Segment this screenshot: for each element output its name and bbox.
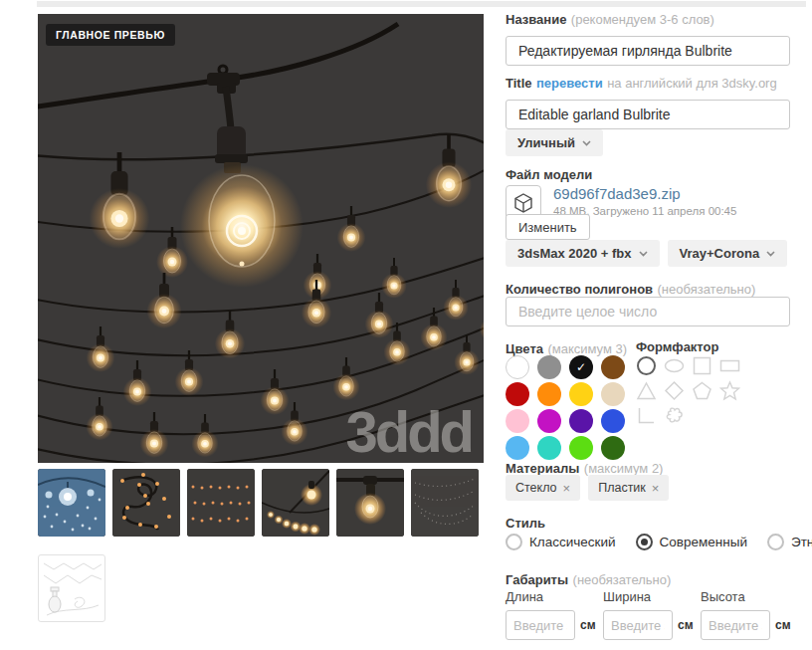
style-radio-ethnic[interactable]: Этнический bbox=[767, 534, 812, 550]
material-tag-plastic: Пластик × bbox=[588, 475, 669, 501]
title-input[interactable] bbox=[506, 100, 790, 129]
model-edit-form: Название (рекомендуем 3-6 слов) Title пе… bbox=[506, 0, 804, 650]
shape-square-icon[interactable] bbox=[692, 355, 712, 376]
radio-selected-icon bbox=[636, 534, 653, 550]
formfactor-label: Формфактор bbox=[636, 339, 718, 354]
shape-triangle-icon[interactable] bbox=[636, 380, 657, 401]
remove-tag-icon[interactable]: × bbox=[652, 481, 660, 496]
change-file-button[interactable]: Изменить bbox=[506, 214, 590, 240]
color-swatch-beige[interactable] bbox=[601, 382, 625, 406]
radio-icon bbox=[767, 534, 784, 550]
formfactor-grid bbox=[636, 355, 740, 426]
color-swatch-black-selected[interactable]: ✓ bbox=[569, 355, 593, 379]
shape-star-icon[interactable] bbox=[719, 380, 740, 401]
file-section-label: Файл модели bbox=[506, 167, 592, 182]
width-input[interactable] bbox=[603, 610, 673, 640]
polygons-input[interactable] bbox=[506, 297, 790, 326]
dimensions-label: Габариты bbox=[506, 572, 568, 587]
thumbnail-curly-wire[interactable] bbox=[112, 469, 180, 537]
color-swatch-red[interactable] bbox=[506, 382, 529, 406]
color-swatch-dark-green[interactable] bbox=[601, 436, 625, 460]
color-swatch-grid: ✓ bbox=[506, 355, 630, 460]
thumbnail-wireframe-sketch[interactable] bbox=[38, 554, 105, 622]
materials-hint: (максимум 2) bbox=[584, 461, 664, 476]
title-label: Title bbox=[506, 76, 532, 91]
model-file-link[interactable]: 69d96f7dad3e9.zip bbox=[553, 185, 736, 202]
main-preview-image: ГЛАВНОЕ ПРЕВЬЮ 3ddd bbox=[38, 14, 484, 463]
colors-hint: (максимум 3) bbox=[547, 341, 627, 356]
height-input[interactable] bbox=[701, 610, 770, 640]
chevron-down-icon bbox=[639, 251, 648, 257]
chevron-down-icon bbox=[766, 251, 775, 257]
color-swatch-light-blue[interactable] bbox=[506, 436, 529, 460]
watermark-3ddd: 3ddd bbox=[345, 403, 472, 461]
check-icon: ✓ bbox=[569, 355, 593, 379]
thumbnail-garland-overview-selected[interactable] bbox=[38, 469, 105, 537]
thumbnail-single-bulb[interactable] bbox=[336, 469, 404, 537]
thumbnail-dot-rows[interactable] bbox=[187, 469, 255, 537]
thumbnail-hanging-bulbs-cluster[interactable] bbox=[262, 469, 329, 537]
style-radio-classic[interactable]: Классический bbox=[506, 534, 616, 550]
color-swatch-magenta[interactable] bbox=[537, 409, 561, 433]
garland-render bbox=[38, 14, 484, 463]
length-label: Длина bbox=[506, 589, 594, 604]
dimensions-hint: (необязательно) bbox=[573, 572, 672, 587]
thumbnail-faint-strings[interactable] bbox=[411, 469, 479, 537]
chevron-down-icon bbox=[582, 140, 591, 146]
title-hint: на английский для 3dsky.org bbox=[607, 76, 777, 91]
color-swatch-brown[interactable] bbox=[601, 355, 625, 379]
name-hint: (рекомендуем 3-6 слов) bbox=[571, 12, 714, 27]
color-swatch-orange[interactable] bbox=[537, 382, 561, 406]
colors-label: Цвета bbox=[506, 341, 543, 356]
material-tag-glass: Стекло × bbox=[506, 475, 580, 501]
shape-circle-icon-selected[interactable] bbox=[636, 355, 657, 376]
shape-blob-icon[interactable] bbox=[664, 405, 685, 426]
main-preview-badge: ГЛАВНОЕ ПРЕВЬЮ bbox=[46, 24, 175, 46]
height-unit: см bbox=[775, 618, 791, 632]
render-engine-dropdown[interactable]: Vray+Corona bbox=[668, 240, 788, 267]
preview-thumbnails bbox=[38, 469, 479, 537]
width-unit: см bbox=[678, 618, 694, 632]
translate-link[interactable]: перевести bbox=[536, 76, 603, 91]
color-swatch-yellow[interactable] bbox=[569, 382, 593, 406]
category-dropdown[interactable]: Уличный bbox=[506, 129, 603, 156]
cube-icon bbox=[512, 192, 534, 214]
color-swatch-white[interactable] bbox=[506, 355, 529, 379]
name-input[interactable] bbox=[506, 36, 790, 66]
width-label: Ширина bbox=[603, 589, 692, 604]
color-swatch-blue[interactable] bbox=[601, 409, 625, 433]
height-label: Высота bbox=[701, 589, 789, 604]
format-dropdown[interactable]: 3dsMax 2020 + fbx bbox=[506, 240, 660, 267]
shape-ellipse-icon[interactable] bbox=[664, 355, 685, 376]
color-swatch-turquoise[interactable] bbox=[537, 436, 561, 460]
polygons-hint: (необязательно) bbox=[658, 282, 756, 297]
shape-rectangle-icon[interactable] bbox=[719, 355, 740, 376]
color-swatch-gray[interactable] bbox=[537, 355, 561, 379]
color-swatch-pink[interactable] bbox=[506, 409, 529, 433]
shape-pentagon-icon[interactable] bbox=[692, 380, 712, 401]
shape-corner-icon[interactable] bbox=[636, 405, 657, 426]
color-swatch-purple[interactable] bbox=[569, 409, 593, 433]
length-unit: см bbox=[580, 618, 596, 632]
length-input[interactable] bbox=[506, 610, 575, 640]
polygons-label: Количество полигонов bbox=[506, 282, 653, 297]
style-label: Стиль bbox=[506, 516, 545, 531]
remove-tag-icon[interactable]: × bbox=[563, 481, 571, 496]
materials-label: Материалы bbox=[506, 461, 579, 476]
style-radio-modern-selected[interactable]: Современный bbox=[636, 534, 747, 550]
name-label: Название bbox=[506, 12, 566, 27]
color-swatch-green[interactable] bbox=[569, 436, 593, 460]
radio-icon bbox=[506, 534, 522, 550]
shape-diamond-icon[interactable] bbox=[664, 380, 685, 401]
